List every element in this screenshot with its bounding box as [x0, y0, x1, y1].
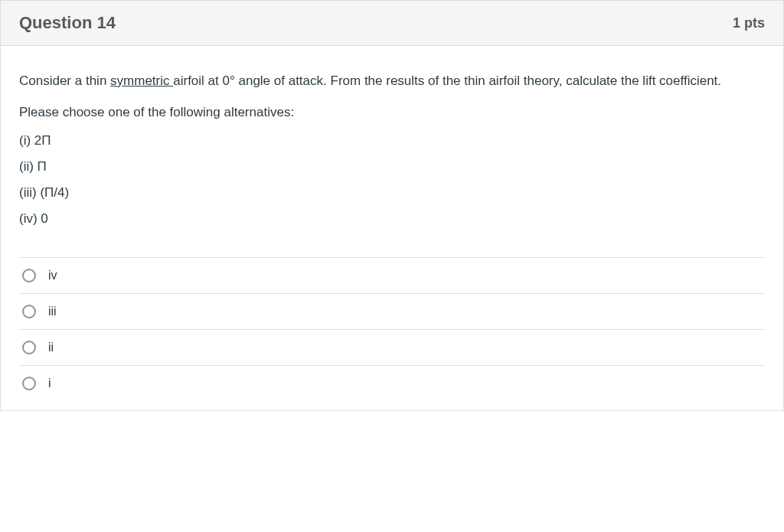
prompt-suffix: airfoil at 0° angle of attack. From the … [173, 73, 721, 88]
question-body: Consider a thin symmetric airfoil at 0° … [1, 46, 783, 410]
prompt-underlined: symmetric [110, 73, 173, 88]
prompt-prefix: Consider a thin [19, 73, 110, 88]
alternative-4: (iv) 0 [19, 211, 765, 227]
answer-label: ii [48, 341, 54, 354]
radio-icon [22, 377, 36, 390]
alternative-3: (iii) (Π/4) [19, 185, 765, 201]
answer-label: iv [48, 269, 57, 282]
question-prompt-2: Please choose one of the following alter… [19, 102, 765, 122]
answer-label: i [48, 377, 51, 390]
answer-option[interactable]: iii [19, 293, 765, 329]
alternative-2: (ii) Π [19, 159, 765, 175]
radio-icon [22, 269, 36, 282]
question-prompt-1: Consider a thin symmetric airfoil at 0° … [19, 70, 765, 91]
question-title: Question 14 [19, 13, 116, 33]
question-header: Question 14 1 pts [1, 0, 783, 46]
radio-icon [22, 305, 36, 318]
answer-option[interactable]: i [19, 365, 765, 401]
answers-section: iv iii ii i [19, 257, 765, 401]
alternative-1: (i) 2Π [19, 133, 765, 149]
radio-icon [22, 341, 36, 354]
answer-label: iii [48, 305, 57, 318]
question-points: 1 pts [733, 15, 765, 31]
answer-option[interactable]: iv [19, 257, 765, 293]
question-container: Question 14 1 pts Consider a thin symmet… [0, 0, 784, 411]
answer-option[interactable]: ii [19, 329, 765, 365]
